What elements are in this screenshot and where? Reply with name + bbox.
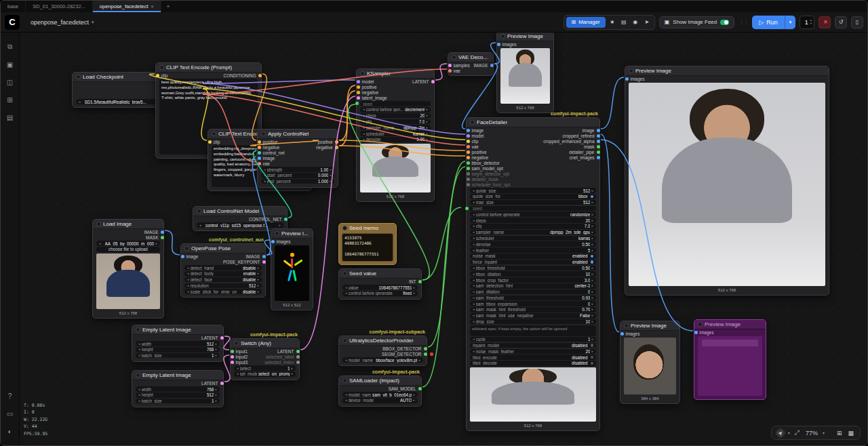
- switch-any[interactable]: comfyui-impact-packSwitch (Any)input1LAT…: [230, 338, 300, 380]
- input-slot-input1[interactable]: input1: [231, 349, 248, 354]
- widget-cycle[interactable]: ◂cycle1▸: [470, 337, 596, 342]
- input-slot-control_net[interactable]: control_net: [258, 150, 285, 155]
- arrow-right-icon[interactable]: ▸: [426, 138, 428, 141]
- ksampler[interactable]: KSamplermodelLATENTpositivenegativelaten…: [356, 68, 435, 202]
- input-slot-input2[interactable]: input2: [231, 354, 248, 359]
- arrow-left-icon[interactable]: ◂: [473, 308, 475, 311]
- arrow-right-icon[interactable]: ▸: [591, 290, 593, 293]
- panel-toggle-button[interactable]: ▯: [851, 16, 863, 28]
- widget-steps[interactable]: ◂steps20▸: [360, 113, 431, 119]
- input-slot-vae[interactable]: vae: [467, 144, 479, 149]
- widget-cfg[interactable]: ◂cfg7.0▸: [470, 224, 596, 229]
- arrow-right-icon[interactable]: ▸: [591, 213, 593, 216]
- seed-slot-dot-icon[interactable]: [355, 102, 359, 105]
- widget-scheduler[interactable]: ◂schedulerkarras▸: [470, 236, 596, 241]
- node-header[interactable]: Preview I...: [271, 229, 313, 239]
- node-header[interactable]: Load ControlNet Model: [193, 207, 287, 216]
- arrow-left-icon[interactable]: ◂: [187, 272, 189, 275]
- comfyui-logo[interactable]: C: [5, 15, 20, 30]
- arrow-right-icon[interactable]: ▸: [215, 399, 217, 403]
- help-icon[interactable]: ?: [3, 389, 17, 403]
- widget-noise_mask[interactable]: noise_maskenabled: [470, 254, 596, 259]
- output-slot-mask[interactable]: mask: [584, 144, 600, 149]
- toggle-dot-icon[interactable]: [591, 260, 594, 264]
- arrow-right-icon[interactable]: ▸: [413, 291, 415, 295]
- input-slot-positive[interactable]: positive: [258, 140, 278, 144]
- node-header[interactable]: CLIP Text Encode (Prompt): [156, 63, 261, 73]
- seed-value[interactable]: Seed valueINT◂value10646786777551▸◂contr…: [338, 268, 422, 300]
- widget-end_percent[interactable]: ◂end_percent1.000▸: [261, 179, 334, 184]
- input-slot-images[interactable]: images: [271, 239, 291, 244]
- node-header[interactable]: Preview Image: [625, 66, 829, 76]
- arrow-left-icon[interactable]: ◂: [138, 354, 140, 357]
- load-image[interactable]: Load ImageIMAGEMASK◂AA_05_by_00000_m_000…: [92, 219, 164, 319]
- input-slot-clip[interactable]: clip: [467, 139, 479, 144]
- widget-denoise[interactable]: ◂denoise1.00▸: [360, 137, 431, 142]
- input-slot-segm_detector_opt[interactable]: segm_detector_opt: [467, 171, 510, 176]
- collapse-dot-icon[interactable]: [342, 226, 347, 230]
- arrow-left-icon[interactable]: ◂: [473, 249, 475, 252]
- widget-tiled_decode[interactable]: tiled_decodedisabled: [470, 361, 596, 366]
- run-options-chevron[interactable]: ▾: [785, 16, 795, 29]
- seed-slot-dot-icon[interactable]: [465, 207, 469, 210]
- arrow-right-icon[interactable]: ▸: [591, 338, 593, 341]
- arrow-left-icon[interactable]: ◂: [473, 338, 475, 341]
- output-slot-SAM_MODEL[interactable]: SAM_MODEL: [389, 386, 422, 391]
- widget-sampler_name[interactable]: ◂sampler_namedpmpp_2m▸: [360, 125, 431, 130]
- input-slot-model[interactable]: model: [467, 134, 484, 138]
- input-slot-images[interactable]: images: [497, 42, 517, 47]
- nodes-icon[interactable]: ◫: [3, 75, 17, 89]
- upload-button[interactable]: choose file to upload: [96, 247, 160, 252]
- collapse-dot-icon[interactable]: [96, 222, 101, 226]
- input-slot-vae[interactable]: vae: [448, 68, 460, 73]
- widget-steps[interactable]: ◂steps20▸: [470, 218, 596, 223]
- arrow-left-icon[interactable]: ◂: [473, 272, 475, 276]
- arrow-left-icon[interactable]: ◂: [345, 291, 347, 295]
- arrow-left-icon[interactable]: ◂: [264, 168, 266, 171]
- tab-base[interactable]: base: [1, 1, 26, 12]
- toggle-dot-icon[interactable]: [591, 195, 594, 199]
- toggle-dot-icon[interactable]: [591, 255, 594, 258]
- arrow-left-icon[interactable]: ◂: [99, 242, 101, 245]
- drag-handle-icon[interactable]: ⋮⋮: [738, 19, 748, 25]
- widget-strength[interactable]: ◂strength1.00▸: [261, 167, 334, 172]
- arrow-right-icon[interactable]: ▸: [591, 314, 593, 317]
- grid-toggle-button[interactable]: ⊞: [835, 429, 844, 437]
- node-header[interactable]: UltralyticsDetectorProvider: [339, 336, 427, 346]
- arrow-left-icon[interactable]: ◂: [473, 290, 475, 293]
- arrow-left-icon[interactable]: ◂: [237, 372, 239, 376]
- widget-cfg[interactable]: ◂cfg7.0▸: [360, 119, 431, 125]
- widget-force_inpaint[interactable]: force_inpaintenabled: [470, 260, 596, 265]
- face-detailer[interactable]: comfyui-impact-packFaceDetailerimageimag…: [466, 117, 600, 431]
- arrow-right-icon[interactable]: ▸: [426, 108, 428, 111]
- collapse-dot-icon[interactable]: [234, 341, 239, 346]
- node-header[interactable]: KSampler: [357, 69, 434, 79]
- input-slot-vae[interactable]: vae: [258, 161, 270, 166]
- arrow-right-icon[interactable]: ▸: [413, 399, 415, 402]
- output-slot-INT[interactable]: INT: [409, 279, 421, 284]
- arrow-right-icon[interactable]: ▸: [257, 266, 259, 270]
- widget-sampler_name[interactable]: ◂sampler_namedpmpp_2m_sde_gpu▸: [470, 230, 596, 235]
- collapse-dot-icon[interactable]: [261, 131, 266, 136]
- arrow-left-icon[interactable]: ◂: [473, 201, 475, 204]
- arrow-right-icon[interactable]: ▸: [257, 284, 259, 287]
- arrow-left-icon[interactable]: ◂: [473, 296, 475, 300]
- widget-sam_bbox_expansion[interactable]: ◂sam_bbox_expansion0▸: [470, 301, 596, 306]
- widget-control before generate[interactable]: ◂control before generatefixed▸: [342, 291, 418, 296]
- stepper-icons[interactable]: ▴▾: [810, 19, 812, 26]
- arrow-right-icon[interactable]: ▸: [591, 272, 593, 276]
- node-header[interactable]: Load Image: [93, 220, 163, 229]
- arrow-left-icon[interactable]: ◂: [473, 219, 475, 222]
- apps-icon[interactable]: ▤: [618, 18, 629, 27]
- widget-model_name[interactable]: ◂model_namesam_vit_b_01ec64.pth▸: [342, 392, 418, 397]
- output-slot-CONTROL_NET[interactable]: CONTROL_NET: [249, 217, 287, 222]
- note-textarea[interactable]: 4153975 49803172406 10646786777551: [342, 233, 393, 262]
- arrow-right-icon[interactable]: ▸: [591, 237, 593, 240]
- seed-memo[interactable]: Seed memo4153975 49803172406 10646786777…: [338, 223, 397, 265]
- input-slot-bbox_detector[interactable]: bbox_detector: [467, 161, 500, 165]
- manager-button[interactable]: ⊞ Manager: [566, 17, 606, 28]
- node-header[interactable]: Empty Latent Image: [132, 325, 223, 335]
- arrow-left-icon[interactable]: ◂: [138, 399, 140, 403]
- input-slot-input3[interactable]: input3: [231, 360, 248, 365]
- arrow-right-icon[interactable]: ▸: [591, 279, 593, 282]
